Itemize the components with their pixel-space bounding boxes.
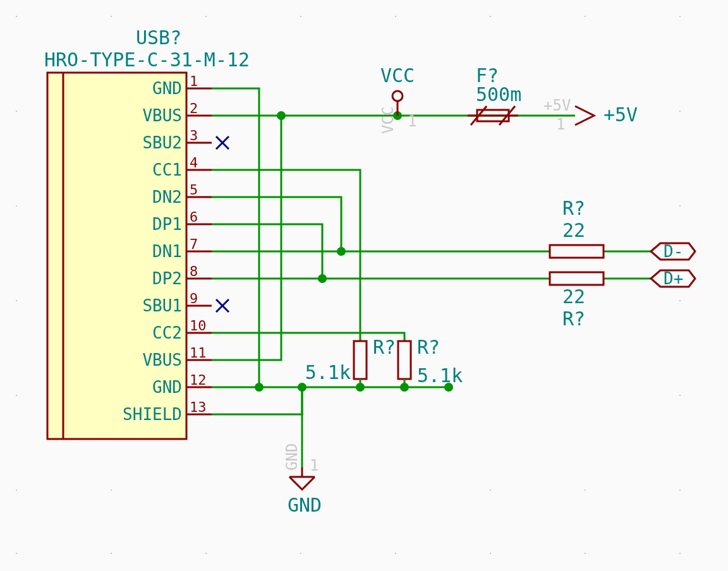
vcc-power: VCC VCC 1 [379,64,416,134]
svg-point-4 [395,16,396,17]
svg-point-27 [679,490,681,491]
svg-text:12: 12 [190,372,207,388]
svg-text:+5V: +5V [604,104,638,126]
svg-point-14 [16,395,17,396]
svg-text:1: 1 [310,457,318,474]
svg-point-10 [16,205,17,207]
r-dp: 22 R? [550,272,604,330]
svg-point-28 [679,395,681,396]
svg-point-7 [679,16,681,17]
svg-text:22: 22 [562,219,585,241]
svg-point-23 [585,553,586,554]
svg-text:8: 8 [190,263,198,279]
svg-point-84 [318,274,327,283]
svg-point-2 [205,16,207,17]
netlabel-dp: D+ [651,269,695,288]
svg-point-25 [490,490,491,491]
fuse: F? 500m [468,64,521,125]
svg-text:R?: R? [562,308,585,330]
svg-text:VBUS: VBUS [142,106,182,125]
svg-text:D+: D+ [664,269,683,288]
svg-rect-116 [550,272,604,285]
svg-text:2: 2 [190,100,198,116]
r-cc2: R? 5.1k [398,336,463,387]
svg-text:1: 1 [408,112,416,130]
no-connect-sbu1 [216,299,229,312]
value: HRO-TYPE-C-31-M-12 [44,49,250,71]
wires [212,88,651,467]
svg-point-12 [16,300,17,301]
svg-point-8 [16,111,17,112]
svg-point-86 [298,383,306,392]
svg-text:11: 11 [190,345,207,361]
svg-text:DP2: DP2 [152,269,182,288]
svg-text:R?: R? [373,336,396,358]
svg-point-18 [111,553,112,554]
svg-text:500m: 500m [476,83,521,105]
svg-point-13 [679,300,681,301]
svg-text:VBUS: VBUS [142,351,182,370]
svg-text:SBU1: SBU1 [142,296,182,315]
svg-text:4: 4 [190,155,198,171]
svg-text:DP1: DP1 [152,215,182,234]
svg-point-22 [490,553,491,554]
svg-point-11 [679,205,681,207]
svg-text:7: 7 [190,236,198,252]
svg-text:6: 6 [190,209,198,225]
svg-point-81 [277,111,286,120]
svg-text:D-: D- [664,242,683,261]
svg-point-21 [395,553,396,554]
svg-text:13: 13 [190,399,207,415]
netlabel-dm: D- [651,242,695,261]
svg-point-91 [392,91,403,101]
svg-point-19 [205,553,207,554]
svg-text:GND: GND [152,378,182,397]
svg-point-1 [111,16,112,17]
svg-point-3 [300,16,301,17]
svg-text:VCC: VCC [379,107,397,134]
svg-point-20 [300,553,301,554]
svg-text:R?: R? [417,336,440,358]
svg-text:CC2: CC2 [152,323,182,342]
svg-point-24 [679,553,681,554]
svg-point-0 [16,16,17,17]
ref: USB? [136,27,181,49]
svg-point-83 [337,247,346,256]
r-cc1: R? 5.1k [305,336,396,387]
svg-text:3: 3 [190,128,198,143]
svg-text:VCC: VCC [380,64,415,87]
svg-text:SBU2: SBU2 [142,133,182,152]
svg-text:CC1: CC1 [152,160,182,179]
svg-text:1: 1 [190,73,198,89]
svg-point-6 [585,16,586,17]
svg-point-85 [255,383,264,392]
svg-text:9: 9 [190,291,198,306]
svg-text:GND: GND [288,494,322,516]
svg-point-15 [16,490,17,491]
svg-text:10: 10 [190,318,207,334]
svg-text:5.1k: 5.1k [305,361,351,383]
schematic: USB? HRO-TYPE-C-31-M-12 1 GND 2 VBUS 3 S… [0,0,728,571]
svg-text:GND: GND [152,79,182,98]
svg-text:1: 1 [556,116,565,133]
svg-rect-108 [398,341,411,379]
svg-rect-113 [550,245,604,258]
no-connect-sbu2 [216,136,229,149]
svg-text:GND: GND [283,443,301,471]
svg-text:5.1k: 5.1k [417,364,463,387]
svg-text:5: 5 [190,182,198,198]
svg-text:SHIELD: SHIELD [123,405,182,424]
svg-text:+5V: +5V [543,97,571,114]
svg-point-5 [490,16,491,17]
svg-point-26 [585,490,586,491]
svg-text:DN1: DN1 [152,242,182,261]
svg-text:22: 22 [562,286,585,308]
svg-text:R?: R? [562,197,585,219]
r-dm: R? 22 [550,197,604,258]
svg-rect-104 [354,341,367,379]
svg-point-17 [16,553,17,554]
svg-point-16 [111,490,112,491]
svg-text:DN2: DN2 [152,188,182,207]
svg-point-9 [679,111,681,112]
